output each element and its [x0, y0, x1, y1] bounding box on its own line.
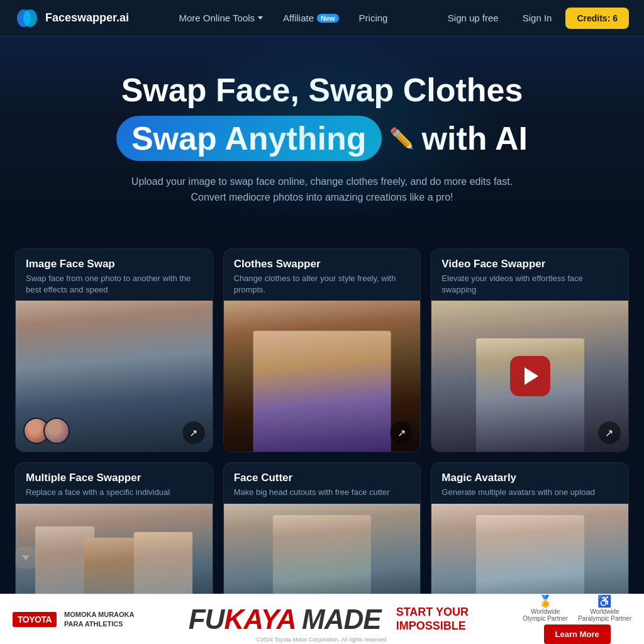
card-2-title: Clothes Swapper [234, 258, 411, 270]
swap-icon: ✏️ [389, 126, 414, 150]
card-6-title: Magic Avatarly [441, 472, 618, 484]
logo-icon [15, 6, 39, 30]
cards-row-1: Image Face Swap Swap face from one photo… [15, 248, 629, 452]
ad-athlete-name: MOMOKA MURAOKA PARA ATHLETICS [64, 610, 134, 628]
ad-center: FUKAYA MADE START YOURIMPOSSIBLE [134, 606, 523, 633]
nav-pricing[interactable]: Pricing [350, 8, 397, 28]
card-1-desc: Swap face from one photo to another with… [26, 273, 203, 296]
signin-button[interactable]: Sign In [513, 8, 562, 28]
card-3-desc: Elevate your videos with effortless face… [441, 273, 618, 296]
card-clothes-swapper[interactable]: Clothes Swapper Change clothes to alter … [223, 248, 421, 452]
signup-button[interactable]: Sign up free [438, 8, 509, 28]
ad-partner-info: 🏅 Worldwide Olympic Partner ♿ Worldwide … [523, 594, 631, 622]
nav-links: More Online Tools Affiliate New Pricing [170, 8, 396, 28]
card-4-header: Multiple Face Swapper Replace a face wit… [16, 463, 213, 503]
card-5-header: Face Cutter Make big head cutouts with f… [224, 463, 421, 503]
logo-text: Faceswapper.ai [45, 11, 129, 25]
card-3-header: Video Face Swapper Elevate your videos w… [431, 249, 628, 301]
ad-banner: TOYOTA MOMOKA MURAOKA PARA ATHLETICS FUK… [0, 594, 644, 644]
scroll-down-button[interactable] [15, 547, 36, 569]
logo-area[interactable]: Faceswapper.ai [15, 6, 129, 30]
card-1-image: ↗ [16, 301, 213, 452]
nav-affiliate[interactable]: Affiliate New [274, 8, 348, 28]
card-6-desc: Generate multiple avatars with one uploa… [441, 487, 618, 498]
face-avatars [23, 418, 70, 444]
card-5-title: Face Cutter [234, 472, 411, 484]
card-1-header: Image Face Swap Swap face from one photo… [16, 249, 213, 301]
card-video-face-swapper[interactable]: Video Face Swapper Elevate your videos w… [431, 248, 629, 452]
card-2-desc: Change clothes to alter your style freel… [234, 273, 411, 296]
chevron-down-icon [22, 555, 30, 560]
card-2-header: Clothes Swapper Change clothes to alter … [224, 249, 421, 301]
card-4-desc: Replace a face with a specific individua… [26, 487, 203, 498]
play-triangle-icon [525, 367, 538, 385]
hero-title-line1: Swap Face, Swap Clothes [25, 72, 619, 109]
card-image-face-swap[interactable]: Image Face Swap Swap face from one photo… [15, 248, 213, 452]
avatar-2 [43, 418, 70, 444]
hero-desc1: Upload your image to swap face online, c… [127, 174, 517, 190]
hero-with-ai: with AI [422, 119, 528, 157]
hero-highlight: Swap Anything [116, 116, 382, 161]
ad-copyright: ©2024 Toyota Motor Corporation. All righ… [256, 636, 388, 643]
chevron-down-icon [258, 16, 263, 19]
card-1-title: Image Face Swap [26, 258, 203, 270]
svg-point-1 [23, 9, 37, 27]
nav-more-tools[interactable]: More Online Tools [170, 8, 272, 28]
ad-big-text: FUKAYA MADE [189, 606, 381, 633]
nav-actions: Sign up free Sign In Credits: 6 [438, 8, 629, 29]
navbar: Faceswapper.ai More Online Tools Affilia… [0, 0, 644, 36]
card-2-image: ↗ [224, 301, 421, 452]
card-6-header: Magic Avatarly Generate multiple avatars… [431, 463, 628, 503]
play-button[interactable] [510, 356, 550, 396]
card-1-arrow[interactable]: ↗ [182, 421, 205, 444]
hero-desc2: Convert mediocre photos into amazing cre… [127, 189, 517, 206]
card-3-title: Video Face Swapper [441, 258, 618, 270]
hero-subtitle-row: Swap Anything ✏️ with AI [25, 116, 619, 161]
hero-section: Swap Face, Swap Clothes Swap Anything ✏️… [0, 36, 644, 231]
card-5-desc: Make big head cutouts with free face cut… [234, 487, 411, 498]
ad-learn-more-button[interactable]: Learn More [544, 625, 611, 644]
card-4-title: Multiple Face Swapper [26, 472, 203, 484]
credits-button[interactable]: Credits: 6 [565, 8, 629, 29]
ad-right: 🏅 Worldwide Olympic Partner ♿ Worldwide … [523, 594, 631, 644]
card-3-image: ↗ [431, 301, 628, 452]
cards-section: Image Face Swap Swap face from one photo… [0, 231, 644, 640]
ad-left: TOYOTA MOMOKA MURAOKA PARA ATHLETICS [13, 610, 134, 628]
ad-tagline: START YOURIMPOSSIBLE [396, 606, 469, 633]
ad-toyota-logo: TOYOTA [13, 612, 57, 627]
affiliate-badge: New [317, 14, 339, 23]
